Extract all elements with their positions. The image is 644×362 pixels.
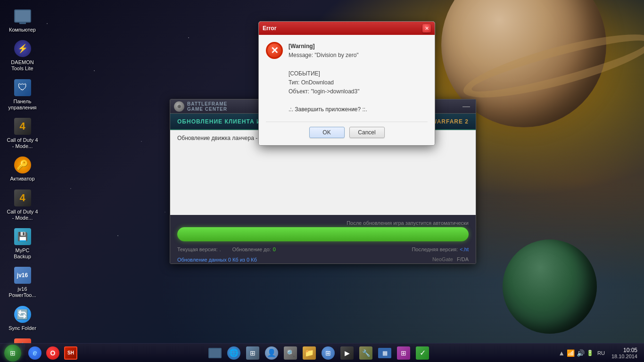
bf-fida-label: F/DA xyxy=(457,256,469,262)
taskbar-apps-button[interactable]: ⊞ xyxy=(244,345,261,362)
tools-icon: 🔧 xyxy=(359,346,372,360)
planet-earth xyxy=(503,239,597,334)
notification-expand-button[interactable]: ▲ xyxy=(558,349,565,357)
bf-logo-circle-icon: ⊕ xyxy=(174,101,184,112)
desktop-icon-panel[interactable]: 🛡 Панель управления xyxy=(5,76,40,113)
taskbar-grid-button[interactable]: ⊞ xyxy=(395,345,412,362)
battleframe-footer: Обновление данных 0 Кб из 0 Кб NeoGate F… xyxy=(170,254,476,264)
error-type-line: Тип: OnDownload xyxy=(289,78,367,87)
network-status-icon: 📶 xyxy=(567,349,575,357)
desktop-icon-mypc[interactable]: 💾 MyPC Backup xyxy=(5,225,40,262)
error-warning-icon: ✕ xyxy=(266,42,283,59)
error-cancel-button[interactable]: Cancel xyxy=(349,127,385,138)
taskbar-user-button[interactable]: 👤 xyxy=(263,345,280,362)
taskbar-center-icons: 🌐 ⊞ 👤 🔍 📁 ⊞ xyxy=(206,345,431,362)
bf-version-right: Последняя версия: <.ht xyxy=(412,247,469,252)
mypc-icon: 💾 xyxy=(13,227,32,246)
bf-minimize-button[interactable]: — xyxy=(461,102,472,111)
jv16-icon: jv16 xyxy=(13,266,32,285)
apps-icon: ⊞ xyxy=(246,346,259,360)
activator-icon: 🔑 xyxy=(13,156,32,174)
error-message-line: Message: "Division by zero" xyxy=(289,51,367,60)
error-body: ✕ [Warning] Message: "Division by zero" … xyxy=(259,35,435,145)
error-message-text: [Warning] Message: "Division by zero" [С… xyxy=(289,42,367,115)
taskbar-opera-button[interactable]: O xyxy=(44,345,61,362)
bf-neogate-label: NeoGate xyxy=(432,256,453,262)
windows-center-icon: ⊞ xyxy=(322,346,335,360)
taskbar-screen-button[interactable]: ▦ xyxy=(376,345,393,362)
bf-current-value: . xyxy=(219,247,221,252)
user-icon: 👤 xyxy=(265,346,278,360)
error-event-label: [СОБЫТИЕ] xyxy=(289,69,367,78)
bf-last-label: Последняя версия: xyxy=(412,247,458,252)
cod1-icon: 4 xyxy=(13,117,32,136)
sync-icon: 🔄 xyxy=(13,305,32,324)
start-button[interactable]: ⊞ xyxy=(0,344,25,362)
desktop-icon-computer[interactable]: Компьютер xyxy=(5,5,40,35)
mw2-taskbar-icon: SH xyxy=(64,346,77,360)
activator-label: Активатор xyxy=(7,176,38,182)
language-indicator[interactable]: RU xyxy=(595,350,607,356)
error-ok-button[interactable]: OK xyxy=(309,127,345,138)
computer-label: Компьютер xyxy=(7,27,38,33)
taskbar-tools-button[interactable]: 🔧 xyxy=(357,345,374,362)
error-dialog: Error ✕ ✕ [Warning] Message: "Division b… xyxy=(258,21,435,146)
taskbar-clock[interactable]: 10:05 18.10.2014 xyxy=(609,347,640,359)
windows-logo-icon: ⊞ xyxy=(10,349,16,357)
grid-icon: ⊞ xyxy=(397,346,410,360)
panel-icon: 🛡 xyxy=(13,78,32,97)
taskbar-time: 10:05 xyxy=(611,347,637,354)
computer-icon xyxy=(13,7,32,25)
bf-version-left: Текущая версия: . Обновление до: 0 xyxy=(177,247,276,252)
taskbar-search-button[interactable]: 🔍 xyxy=(282,345,299,362)
taskbar-date: 18.10.2014 xyxy=(611,354,637,359)
ie-icon: e xyxy=(28,346,41,360)
bf-update-to-label: Обновление до: xyxy=(232,247,271,252)
taskbar-media-button[interactable]: ▶ xyxy=(339,345,355,362)
taskbar-mw2-button[interactable]: SH xyxy=(62,345,79,362)
bf-current-label: Текущая версия: xyxy=(177,247,217,252)
cod2-icon: 4 xyxy=(13,189,32,207)
sync-label: Sync Folder xyxy=(7,325,38,331)
bf-version-row: Текущая версия: . Обновление до: 0 После… xyxy=(170,245,476,254)
desktop-icon-cod1[interactable]: 4 Call of Duty 4 - Mode... xyxy=(5,115,40,151)
opera-icon: O xyxy=(46,346,59,360)
error-content: ✕ [Warning] Message: "Division by zero" … xyxy=(266,42,428,115)
taskbar-monitor-button[interactable] xyxy=(206,345,223,362)
error-close-button[interactable]: ✕ xyxy=(422,24,431,33)
taskbar-windows-button[interactable]: ⊞ xyxy=(320,345,337,362)
network-icon: 🌐 xyxy=(227,346,240,360)
monitor-icon xyxy=(208,348,222,358)
error-title: Error xyxy=(263,25,276,32)
panel-label: Панель управления xyxy=(7,99,38,111)
bf-progress-bar xyxy=(177,227,469,241)
desktop-icon-cod2[interactable]: 4 Call of Duty 4 - Mode... xyxy=(5,187,40,223)
battleframe-logo: ⊕ BATTLEFRAME GAME CENTER xyxy=(174,101,227,112)
error-titlebar: Error ✕ xyxy=(259,22,435,35)
daemon-label: DAEMON Tools Lite xyxy=(7,59,38,72)
cod2-label: Call of Duty 4 - Mode... xyxy=(7,209,38,221)
mypc-label: MyPC Backup xyxy=(7,247,38,260)
bf-logo-text: BATTLEFRAME GAME CENTER xyxy=(187,101,227,112)
desktop-icon-area: Компьютер ⚡ DAEMON Tools Lite 🛡 Панель у… xyxy=(5,5,40,362)
desktop-icon-daemon[interactable]: ⚡ DAEMON Tools Lite xyxy=(5,37,40,74)
bf-update-to-value: 0 xyxy=(273,247,276,252)
desktop-icon-activator[interactable]: 🔑 Активатор xyxy=(5,154,40,184)
media-icon: ▶ xyxy=(340,346,354,360)
taskbar-pinned-icons: e O SH xyxy=(26,345,79,362)
taskbar: ⊞ e O SH xyxy=(0,343,644,362)
bf-last-value: <.ht xyxy=(460,247,469,252)
desktop-icon-sync[interactable]: 🔄 Sync Folder xyxy=(5,303,40,333)
desktop: Компьютер ⚡ DAEMON Tools Lite 🛡 Панель у… xyxy=(0,0,644,362)
taskbar-folder-button[interactable]: 📁 xyxy=(301,345,318,362)
search-icon: 🔍 xyxy=(284,346,297,360)
error-terminate-text: .:. Завершить приложение? ::. xyxy=(289,105,367,114)
error-buttons: OK Cancel xyxy=(266,122,428,138)
error-object-line: Объект: "login->download3" xyxy=(289,87,367,96)
taskbar-check-button[interactable]: ✓ xyxy=(414,345,431,362)
taskbar-network-button[interactable]: 🌐 xyxy=(225,345,242,362)
desktop-icon-jv16[interactable]: jv16 jv16 PowerToo... xyxy=(5,264,40,300)
battery-icon: 🔋 xyxy=(586,350,594,356)
taskbar-ie-button[interactable]: e xyxy=(26,345,43,362)
taskbar-center: 🌐 ⊞ 👤 🔍 📁 ⊞ xyxy=(79,345,558,362)
